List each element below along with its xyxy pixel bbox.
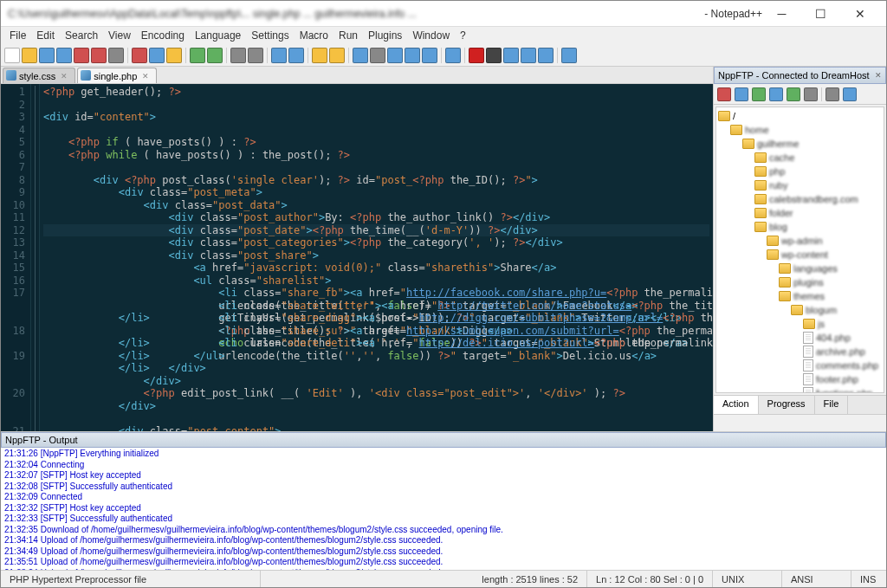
monitor-icon[interactable] — [561, 48, 577, 63]
sync-v-icon[interactable] — [312, 48, 327, 63]
menu-view[interactable]: View — [103, 28, 136, 43]
replace-icon[interactable] — [248, 48, 263, 63]
ftp-download-icon[interactable] — [735, 87, 748, 101]
ftp-tree[interactable]: /homeguilhermecachephprubycalebstrandber… — [715, 107, 884, 393]
menu-settings[interactable]: Settings — [246, 28, 294, 43]
save-all-icon[interactable] — [56, 48, 72, 63]
tree-folder[interactable]: blog — [718, 220, 882, 234]
stop-icon[interactable] — [486, 48, 502, 63]
menu-?[interactable]: ? — [455, 28, 471, 43]
hidden-icon[interactable] — [445, 48, 461, 63]
find-icon[interactable] — [230, 48, 246, 63]
tree-folder[interactable]: calebstrandberg.com — [718, 192, 882, 206]
cut-icon[interactable] — [132, 48, 147, 63]
paste-icon[interactable] — [166, 48, 182, 63]
ftp-tab-progress[interactable]: Progress — [759, 396, 815, 414]
menu-plugins[interactable]: Plugins — [363, 28, 407, 43]
save-icon[interactable] — [39, 48, 55, 63]
close-button[interactable]: ✕ — [840, 2, 879, 26]
menu-encoding[interactable]: Encoding — [136, 28, 190, 43]
rec-icon[interactable] — [469, 48, 484, 63]
copy-icon[interactable] — [149, 48, 165, 63]
tree-folder[interactable]: js — [718, 317, 882, 331]
save-macro-icon[interactable] — [538, 48, 554, 63]
play-mult-icon[interactable] — [521, 48, 536, 63]
line-gutter: 1234567891011121314151617 18 19 20 21 22… — [1, 84, 31, 431]
output-line: 21:31:26 [NppFTP] Everything initialized — [4, 449, 883, 460]
status-mode: INS — [851, 571, 886, 587]
menu-window[interactable]: Window — [407, 28, 455, 43]
ftp-panel: NppFTP - Connected to DreamHost ✕ /homeg… — [713, 67, 886, 431]
minimize-button[interactable]: ─ — [762, 2, 801, 26]
zoom-in-icon[interactable] — [271, 48, 287, 63]
tree-folder[interactable]: blogum — [718, 303, 882, 317]
menu-run[interactable]: Run — [333, 28, 363, 43]
tree-folder[interactable]: languages — [718, 262, 882, 275]
tab-style-css[interactable]: style.css✕ — [3, 68, 75, 83]
tree-folder[interactable]: wp-content — [718, 248, 882, 262]
new-icon[interactable] — [4, 48, 20, 63]
menu-macro[interactable]: Macro — [295, 28, 333, 43]
all-chars-icon[interactable] — [370, 48, 385, 63]
print-icon[interactable] — [108, 48, 124, 63]
undo-icon[interactable] — [190, 48, 205, 63]
tree-file[interactable]: archive.php — [718, 345, 882, 359]
tree-folder[interactable]: themes — [718, 289, 882, 303]
ftp-title: NppFTP - Connected to DreamHost ✕ — [714, 67, 886, 84]
code-editor[interactable]: 1234567891011121314151617 18 19 20 21 22… — [1, 84, 713, 431]
maximize-button[interactable]: ☐ — [801, 2, 840, 26]
output-panel: NppFTP - Output 21:31:26 [NppFTP] Everyt… — [1, 431, 886, 570]
tree-folder[interactable]: cache — [718, 151, 882, 165]
output-line: 21:32:07 [SFTP] Host key accepted — [4, 470, 883, 481]
tab-single-php[interactable]: single.php✕ — [77, 68, 157, 83]
ftp-settings-icon[interactable] — [825, 87, 839, 101]
tree-folder[interactable]: guilherme — [718, 137, 882, 151]
tree-file[interactable]: comments.php — [718, 359, 882, 372]
ftp-close-icon[interactable]: ✕ — [875, 71, 882, 80]
ftp-refresh-icon[interactable] — [787, 87, 800, 101]
redo-icon[interactable] — [207, 48, 223, 63]
ftp-abort-icon[interactable] — [804, 87, 818, 101]
status-encoding: ANSI — [782, 571, 851, 587]
menu-language[interactable]: Language — [190, 28, 246, 43]
status-filetype: PHP Hypertext Preprocessor file — [1, 571, 261, 587]
indent-icon[interactable] — [387, 48, 403, 63]
tree-root[interactable]: / — [718, 109, 882, 123]
output-line: 21:32:33 [SFTP] Successfully authenticat… — [4, 514, 883, 525]
status-eol: UNIX — [713, 571, 782, 587]
close-icon[interactable] — [74, 48, 89, 63]
menu-file[interactable]: File — [4, 28, 31, 43]
tree-folder[interactable]: php — [718, 165, 882, 178]
wrap-icon[interactable] — [353, 48, 368, 63]
tree-file[interactable]: footer.php — [718, 372, 882, 386]
tree-folder[interactable]: home — [718, 123, 882, 137]
tree-folder[interactable]: ruby — [718, 178, 882, 192]
tab-close-icon[interactable]: ✕ — [61, 72, 68, 81]
ftp-upload-green-icon[interactable] — [752, 87, 766, 101]
output-body[interactable]: 21:31:26 [NppFTP] Everything initialized… — [1, 448, 886, 570]
folder-icon — [779, 263, 791, 274]
tree-folder[interactable]: wp-admin — [718, 234, 882, 248]
output-line: 21:34:49 Upload of /home/guilhermesv/gui… — [4, 546, 883, 558]
unfold-icon[interactable] — [422, 48, 437, 63]
play-icon[interactable] — [503, 48, 519, 63]
fold-column[interactable] — [31, 84, 40, 431]
tree-file[interactable]: 404.php — [718, 331, 882, 345]
ftp-upload-blue-icon[interactable] — [769, 87, 783, 101]
tree-folder[interactable]: folder — [718, 206, 882, 220]
menu-edit[interactable]: Edit — [31, 28, 60, 43]
tab-close-icon[interactable]: ✕ — [142, 72, 149, 81]
open-icon[interactable] — [22, 48, 37, 63]
fold-icon[interactable] — [405, 48, 420, 63]
menu-search[interactable]: Search — [60, 28, 103, 43]
tree-folder[interactable]: plugins — [718, 275, 882, 289]
tree-file[interactable]: functions.php — [718, 386, 882, 393]
ftp-tab-action[interactable]: Action — [714, 396, 759, 414]
close-all-icon[interactable] — [91, 48, 107, 63]
code-area[interactable]: <?php get_header(); ?> <div id="content"… — [40, 84, 713, 431]
ftp-tab-file[interactable]: File — [815, 396, 849, 414]
zoom-out-icon[interactable] — [288, 48, 304, 63]
ftp-disconnect-icon[interactable] — [717, 87, 731, 101]
sync-h-icon[interactable] — [329, 48, 345, 63]
ftp-show-msg-icon[interactable] — [843, 87, 857, 101]
